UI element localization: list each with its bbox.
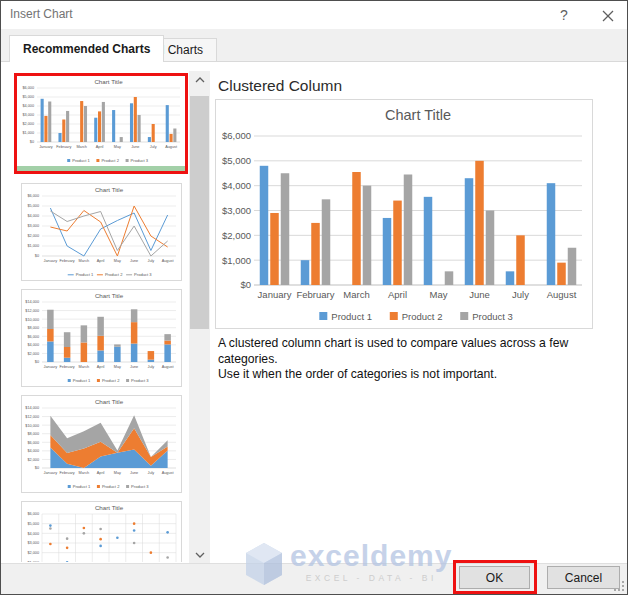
description-line: Use it when the order of categories is n… bbox=[218, 367, 624, 383]
close-icon bbox=[602, 10, 614, 22]
svg-text:$0: $0 bbox=[35, 254, 39, 258]
svg-text:June: June bbox=[469, 289, 490, 300]
help-button[interactable]: ? bbox=[553, 5, 575, 25]
ok-button[interactable]: OK bbox=[459, 566, 530, 589]
svg-text:July: July bbox=[147, 365, 154, 369]
svg-text:$6,000: $6,000 bbox=[222, 130, 251, 141]
svg-text:$2,000: $2,000 bbox=[222, 230, 251, 241]
help-icon: ? bbox=[560, 7, 568, 23]
svg-text:$2,000: $2,000 bbox=[22, 122, 34, 126]
svg-text:August: August bbox=[547, 289, 577, 300]
svg-text:Chart Title: Chart Title bbox=[385, 107, 451, 123]
svg-text:August: August bbox=[162, 471, 175, 475]
svg-text:$1,000: $1,000 bbox=[27, 244, 39, 248]
svg-text:$3,000: $3,000 bbox=[27, 224, 39, 228]
svg-text:August: August bbox=[162, 259, 175, 263]
svg-text:Product 3: Product 3 bbox=[131, 158, 149, 163]
svg-text:$5,000: $5,000 bbox=[27, 522, 39, 526]
svg-text:May: May bbox=[114, 145, 121, 149]
chart-preview: Chart Title$0$1,000$2,000$3,000$4,000$5,… bbox=[216, 100, 592, 328]
svg-text:$1,000: $1,000 bbox=[22, 131, 34, 135]
svg-text:January: January bbox=[44, 471, 58, 475]
cancel-button[interactable]: Cancel bbox=[547, 566, 620, 589]
svg-text:Product 1: Product 1 bbox=[331, 311, 372, 322]
svg-text:July: July bbox=[147, 259, 154, 263]
svg-text:February: February bbox=[60, 471, 75, 475]
svg-text:June: June bbox=[130, 365, 138, 369]
svg-text:Product 2: Product 2 bbox=[102, 484, 120, 489]
tab-label: Recommended Charts bbox=[23, 42, 150, 56]
svg-text:$4,000: $4,000 bbox=[27, 343, 39, 347]
svg-text:Product 1: Product 1 bbox=[72, 158, 90, 163]
stacked-column-thumbnail-image: Chart Title$0$2,000$4,000$6,000$8,000$10… bbox=[22, 290, 181, 386]
svg-text:$8,000: $8,000 bbox=[27, 432, 39, 436]
svg-text:April: April bbox=[97, 259, 105, 263]
svg-text:$0: $0 bbox=[240, 279, 251, 290]
svg-text:$12,000: $12,000 bbox=[25, 309, 39, 313]
scroll-down-button[interactable] bbox=[189, 546, 210, 563]
svg-text:$10,000: $10,000 bbox=[25, 318, 39, 322]
svg-text:July: July bbox=[512, 289, 529, 300]
svg-text:Product 3: Product 3 bbox=[131, 378, 149, 383]
svg-text:$4,000: $4,000 bbox=[27, 449, 39, 453]
svg-text:May: May bbox=[114, 259, 121, 263]
svg-text:$5,000: $5,000 bbox=[22, 95, 34, 99]
svg-text:March: March bbox=[79, 259, 90, 263]
bottom-bar bbox=[1, 563, 627, 595]
svg-text:Product 2: Product 2 bbox=[102, 378, 120, 383]
tab-strip: Recommended Charts All Charts bbox=[1, 29, 627, 62]
svg-text:Chart Title: Chart Title bbox=[95, 292, 124, 299]
svg-text:May: May bbox=[114, 365, 121, 369]
chart-preview-box: Chart Title$0$1,000$2,000$3,000$4,000$5,… bbox=[215, 99, 593, 329]
svg-text:April: April bbox=[97, 471, 105, 475]
stacked-area-thumbnail-image: Chart Title$0$2,000$4,000$6,000$8,000$10… bbox=[22, 396, 181, 492]
svg-text:Product 1: Product 1 bbox=[73, 484, 91, 489]
thumbnail-list-scrollbar[interactable] bbox=[189, 71, 210, 563]
svg-text:Product 2: Product 2 bbox=[105, 272, 123, 277]
svg-text:$1,000: $1,000 bbox=[222, 255, 251, 266]
svg-text:$4,000: $4,000 bbox=[27, 214, 39, 218]
svg-text:May: May bbox=[430, 289, 448, 300]
thumbnail-line-chart[interactable]: Chart Title$0$1,000$2,000$3,000$4,000$5,… bbox=[21, 183, 182, 281]
svg-text:June: June bbox=[131, 145, 139, 149]
scrollbar-thumb[interactable] bbox=[190, 96, 209, 329]
svg-text:$4,000: $4,000 bbox=[222, 180, 251, 191]
svg-text:$10,000: $10,000 bbox=[25, 424, 39, 428]
svg-text:January: January bbox=[44, 259, 58, 263]
svg-text:March: March bbox=[76, 145, 87, 149]
thumbnail-clustered-column[interactable]: Chart Title$0$1,000$2,000$3,000$4,000$5,… bbox=[17, 76, 185, 166]
svg-text:$2,000: $2,000 bbox=[27, 551, 39, 555]
svg-text:August: August bbox=[162, 365, 175, 369]
svg-text:$1,000: $1,000 bbox=[27, 561, 39, 562]
titlebar: Insert Chart ? bbox=[1, 1, 627, 29]
svg-text:Product 1: Product 1 bbox=[73, 378, 91, 383]
svg-text:March: March bbox=[79, 471, 90, 475]
svg-text:Product 3: Product 3 bbox=[134, 272, 152, 277]
chart-description: A clustered column chart is used to comp… bbox=[218, 336, 624, 383]
thumbnail-selection-bar bbox=[17, 166, 185, 171]
svg-text:$0: $0 bbox=[35, 360, 39, 364]
svg-text:May: May bbox=[114, 471, 121, 475]
svg-text:$6,000: $6,000 bbox=[27, 441, 39, 445]
chevron-down-icon bbox=[195, 552, 205, 558]
svg-text:February: February bbox=[60, 365, 75, 369]
svg-text:Product 3: Product 3 bbox=[131, 484, 149, 489]
svg-text:January: January bbox=[44, 365, 58, 369]
svg-text:February: February bbox=[296, 289, 334, 300]
close-button[interactable] bbox=[597, 6, 619, 26]
svg-text:March: March bbox=[79, 365, 90, 369]
svg-text:$6,000: $6,000 bbox=[27, 194, 39, 198]
tab-recommended-charts[interactable]: Recommended Charts bbox=[9, 35, 164, 62]
svg-text:$2,000: $2,000 bbox=[27, 234, 39, 238]
svg-text:$4,000: $4,000 bbox=[22, 104, 34, 108]
svg-text:January: January bbox=[258, 289, 292, 300]
scroll-up-button[interactable] bbox=[189, 71, 210, 88]
svg-text:$3,000: $3,000 bbox=[222, 205, 251, 216]
thumbnail-stacked-column-chart[interactable]: Chart Title$0$2,000$4,000$6,000$8,000$10… bbox=[21, 289, 182, 387]
svg-text:$6,000: $6,000 bbox=[27, 512, 39, 516]
svg-text:$6,000: $6,000 bbox=[22, 86, 34, 90]
thumbnail-scatter-chart[interactable]: Chart Title$0$1,000$2,000$3,000$4,000$5,… bbox=[21, 501, 182, 562]
svg-text:March: March bbox=[343, 289, 369, 300]
dialog-title: Insert Chart bbox=[10, 7, 73, 21]
thumbnail-stacked-area-chart[interactable]: Chart Title$0$2,000$4,000$6,000$8,000$10… bbox=[21, 395, 182, 493]
